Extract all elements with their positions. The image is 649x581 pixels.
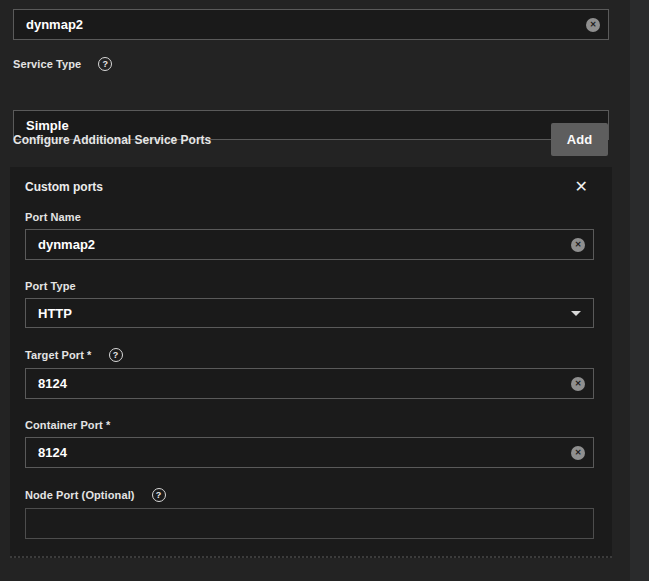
port-type-label: Port Type [25,280,76,292]
container-port-input[interactable] [25,437,594,468]
target-port-input[interactable] [25,368,594,399]
help-icon[interactable]: ? [98,57,112,71]
port-name-input[interactable] [25,229,594,260]
service-type-label: Service Type [13,58,81,70]
clear-icon[interactable]: ✕ [571,377,585,391]
close-icon[interactable]: ✕ [575,179,588,195]
help-icon[interactable]: ? [152,488,166,502]
target-port-label: Target Port * [25,349,92,361]
port-name-label: Port Name [25,211,81,223]
port-type-select[interactable]: HTTP [25,298,594,328]
custom-ports-title: Custom ports [25,180,103,194]
container-port-field-group: Container Port * ✕ [25,419,594,468]
port-type-field-group: Port Type HTTP [25,280,594,328]
additional-ports-label: Configure Additional Service Ports [13,133,211,147]
clear-icon[interactable]: ✕ [586,18,600,32]
port-type-value: HTTP [38,306,72,321]
node-port-field-group: Node Port (Optional) ? [25,488,594,539]
chevron-down-icon [571,311,581,316]
clear-icon[interactable]: ✕ [571,238,585,252]
clear-icon[interactable]: ✕ [571,446,585,460]
scroll-gutter [630,0,649,581]
app-name-input[interactable] [13,9,609,40]
node-port-input[interactable] [25,508,594,539]
container-port-label: Container Port * [25,419,110,431]
target-port-field-group: Target Port * ? ✕ [25,348,594,399]
help-icon[interactable]: ? [109,348,123,362]
add-port-button[interactable]: Add [551,123,608,156]
custom-ports-card: Custom ports ✕ Port Name ✕ Port Type HTT… [10,167,612,558]
port-name-field-group: Port Name ✕ [25,211,594,260]
node-port-label: Node Port (Optional) [25,489,135,501]
